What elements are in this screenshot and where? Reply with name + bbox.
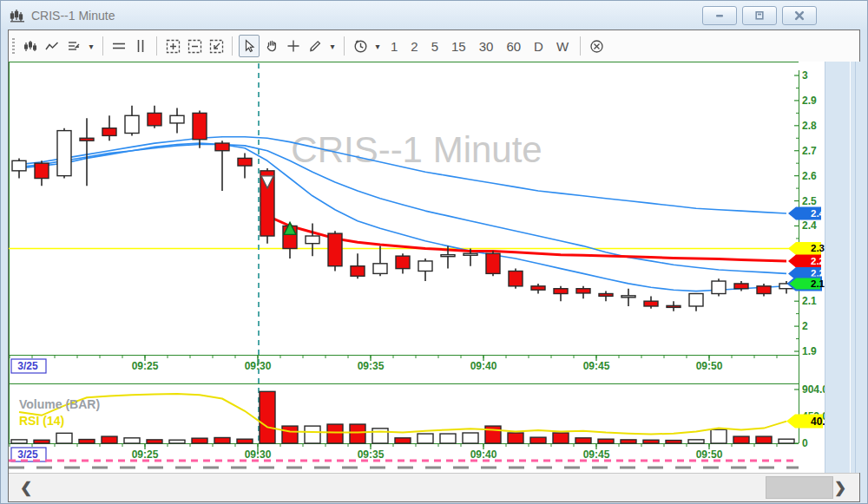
price-chart-svg[interactable]: CRIS--1 Minute32.92.82.72.62.52.42.32.22… <box>9 62 825 473</box>
scrollbar-thumb[interactable] <box>766 476 833 499</box>
volume-bar[interactable] <box>666 441 681 443</box>
volume-bar[interactable] <box>350 424 365 443</box>
scroll-right-arrow[interactable]: ❯ <box>828 474 852 501</box>
timeframe-60min-button[interactable]: 60 <box>501 36 526 56</box>
candlestick[interactable] <box>667 305 681 307</box>
volume-bar[interactable] <box>169 440 185 443</box>
volume-bar[interactable] <box>327 424 343 443</box>
candlestick[interactable] <box>621 296 635 298</box>
candlestick[interactable] <box>644 301 658 306</box>
volume-bar[interactable] <box>56 433 72 443</box>
volume-bar[interactable] <box>440 434 456 443</box>
maximize-button[interactable] <box>742 6 777 25</box>
timeframe-daily-button[interactable]: D <box>529 36 549 56</box>
candlestick[interactable] <box>373 264 387 274</box>
volume-bar[interactable] <box>779 439 794 443</box>
candlestick[interactable] <box>509 271 523 285</box>
chart-styles-button[interactable] <box>64 36 83 56</box>
volume-bar[interactable] <box>34 440 49 443</box>
volume-bar[interactable] <box>305 426 320 443</box>
line-chart-type-button[interactable] <box>43 36 62 56</box>
volume-bar[interactable] <box>192 438 207 443</box>
volume-bar[interactable] <box>79 440 95 443</box>
zoom-in-button[interactable] <box>163 36 182 56</box>
volume-bar[interactable] <box>102 436 117 443</box>
volume-bar[interactable] <box>508 433 523 443</box>
close-button[interactable] <box>782 6 817 25</box>
candlestick[interactable] <box>125 115 139 133</box>
candlestick[interactable] <box>757 286 771 294</box>
candlestick[interactable] <box>351 266 365 277</box>
time-interval-clock-button[interactable] <box>351 36 370 56</box>
volume-bar[interactable] <box>147 440 162 443</box>
timeframe-15min-button[interactable]: 15 <box>446 36 471 56</box>
volume-bar[interactable] <box>643 440 659 443</box>
candlestick[interactable] <box>576 289 590 293</box>
candlestick[interactable] <box>599 294 613 297</box>
volume-bar[interactable] <box>553 433 569 443</box>
chart-area[interactable]: CRIS--1 Minute32.92.82.72.62.52.42.32.22… <box>9 62 825 476</box>
candlestick[interactable] <box>441 255 455 257</box>
zoom-region-button[interactable] <box>207 36 226 56</box>
candlestick[interactable] <box>531 286 545 290</box>
candlestick[interactable] <box>238 158 252 166</box>
volume-bar[interactable] <box>395 438 411 443</box>
volume-bar[interactable] <box>237 439 253 443</box>
candlestick[interactable] <box>80 138 94 141</box>
candlestick[interactable] <box>396 256 410 268</box>
chart-type-dropdown-caret[interactable]: ▾ <box>86 42 96 51</box>
date-label[interactable]: 3/25 <box>17 448 38 461</box>
minimize-button[interactable] <box>702 6 737 25</box>
volume-bar[interactable] <box>756 436 772 443</box>
crosshair-tool-button[interactable] <box>284 36 303 56</box>
toolbar-grip[interactable] <box>12 38 15 54</box>
candlestick[interactable] <box>689 294 703 306</box>
candlestick[interactable] <box>57 131 71 176</box>
zoom-out-button[interactable] <box>185 36 204 56</box>
volume-bar[interactable] <box>485 426 501 443</box>
candlestick[interactable] <box>328 233 342 266</box>
candlestick[interactable] <box>148 113 161 125</box>
candlestick[interactable] <box>418 261 432 272</box>
vertical-line-tool-button[interactable] <box>131 36 150 56</box>
draw-pencil-button[interactable] <box>306 36 325 56</box>
candlestick[interactable] <box>712 281 726 293</box>
bar-chart-type-button[interactable] <box>21 36 40 56</box>
candlestick[interactable] <box>486 253 500 273</box>
horizontal-scrollbar[interactable]: ❮ ❯ <box>9 473 859 501</box>
timeframe-1min-button[interactable]: 1 <box>385 36 403 56</box>
timeframe-30min-button[interactable]: 30 <box>474 36 499 56</box>
volume-bar[interactable] <box>260 391 275 443</box>
volume-bar[interactable] <box>124 438 140 443</box>
candlestick[interactable] <box>734 284 748 289</box>
candlestick[interactable] <box>464 253 477 255</box>
pan-hand-tool-button[interactable] <box>262 36 281 56</box>
horizontal-line-tool-button[interactable] <box>109 36 128 56</box>
volume-bar[interactable] <box>282 426 298 443</box>
candlestick[interactable] <box>12 160 26 171</box>
remove-indicator-button[interactable] <box>587 36 606 56</box>
volume-bar[interactable] <box>530 437 546 443</box>
draw-dropdown-caret[interactable]: ▾ <box>327 42 338 51</box>
candlestick[interactable] <box>35 163 49 178</box>
candlestick[interactable] <box>554 289 568 294</box>
volume-bar[interactable] <box>598 439 614 443</box>
volume-bar[interactable] <box>575 438 591 443</box>
timeframe-weekly-button[interactable]: W <box>551 36 574 56</box>
volume-bar[interactable] <box>711 429 727 443</box>
volume-bar[interactable] <box>418 434 433 443</box>
timeframe-5min-button[interactable]: 5 <box>426 36 444 56</box>
date-label[interactable]: 3/25 <box>17 360 38 372</box>
volume-bar[interactable] <box>733 436 749 443</box>
volume-bar[interactable] <box>214 437 230 443</box>
scroll-left-arrow[interactable]: ❮ <box>14 474 38 501</box>
candlestick[interactable] <box>170 115 184 123</box>
volume-bar[interactable] <box>463 433 478 443</box>
candlestick[interactable] <box>193 113 207 139</box>
volume-bar[interactable] <box>621 440 636 443</box>
candlestick[interactable] <box>215 143 229 151</box>
timeframe-2min-button[interactable]: 2 <box>405 36 423 56</box>
pointer-tool-button[interactable] <box>239 35 260 57</box>
interval-dropdown-caret[interactable]: ▾ <box>372 42 383 51</box>
volume-bar[interactable] <box>11 440 27 443</box>
